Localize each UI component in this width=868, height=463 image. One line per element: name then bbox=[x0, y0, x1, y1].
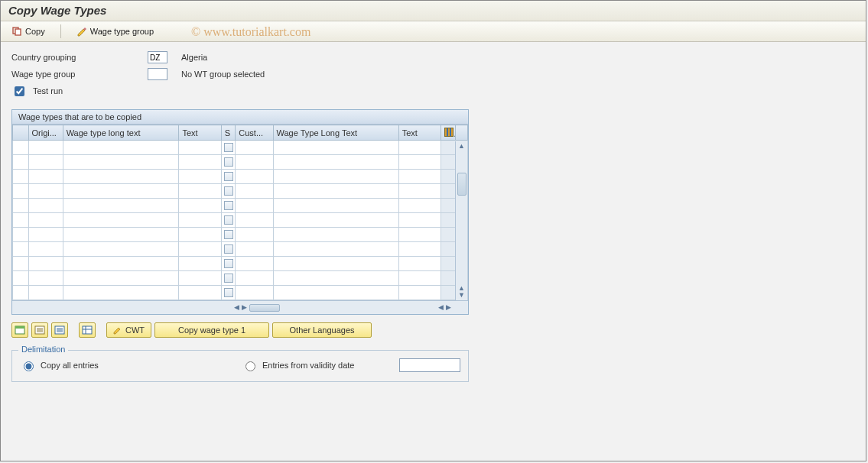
cell-text-left[interactable] bbox=[179, 184, 221, 199]
cell-text-left[interactable] bbox=[179, 242, 221, 257]
cell-s[interactable] bbox=[221, 170, 235, 184]
cell-text-right[interactable] bbox=[398, 141, 441, 155]
cell-long-text-left[interactable] bbox=[63, 257, 179, 271]
cell-origi[interactable] bbox=[28, 199, 63, 213]
cell-s[interactable] bbox=[221, 286, 235, 300]
icon-button-4[interactable] bbox=[79, 322, 96, 338]
icon-button-2[interactable] bbox=[31, 322, 48, 338]
cell-origi[interactable] bbox=[28, 213, 63, 228]
cell-text-left[interactable] bbox=[179, 170, 221, 184]
cell-text-right[interactable] bbox=[398, 199, 441, 213]
validity-date-input[interactable] bbox=[399, 358, 460, 372]
test-run-checkbox[interactable] bbox=[15, 86, 24, 96]
row-selector[interactable] bbox=[13, 170, 29, 184]
cell-cust[interactable] bbox=[236, 170, 273, 184]
hscroll-thumb[interactable] bbox=[249, 304, 280, 312]
row-selector[interactable] bbox=[13, 184, 29, 199]
cell-s[interactable] bbox=[221, 184, 235, 199]
col-long-text-right[interactable]: Wage Type Long Text bbox=[273, 125, 398, 141]
s-checkbox[interactable] bbox=[224, 259, 233, 268]
s-checkbox[interactable] bbox=[224, 201, 233, 210]
wage-types-table[interactable]: Origi... Wage type long text Text S Cust… bbox=[12, 125, 468, 300]
s-checkbox[interactable] bbox=[224, 244, 233, 254]
scroll-down-icon[interactable]: ▼ bbox=[458, 292, 465, 299]
cell-s[interactable] bbox=[221, 155, 235, 170]
table-row[interactable] bbox=[13, 184, 468, 199]
col-select[interactable] bbox=[13, 125, 29, 141]
cell-s[interactable] bbox=[221, 141, 235, 155]
icon-button-1[interactable] bbox=[11, 322, 28, 338]
s-checkbox[interactable] bbox=[224, 143, 233, 152]
cell-cust[interactable] bbox=[236, 141, 273, 155]
row-selector[interactable] bbox=[13, 155, 29, 170]
s-checkbox[interactable] bbox=[224, 186, 233, 196]
row-selector[interactable] bbox=[13, 141, 29, 155]
cell-text-right[interactable] bbox=[398, 228, 441, 242]
s-checkbox[interactable] bbox=[224, 172, 233, 181]
row-selector[interactable] bbox=[13, 213, 29, 228]
cell-long-text-left[interactable] bbox=[63, 271, 179, 286]
hscroll-left2-icon[interactable]: ◀ bbox=[438, 304, 444, 311]
cell-origi[interactable] bbox=[28, 286, 63, 300]
s-checkbox[interactable] bbox=[224, 288, 233, 297]
scroll-thumb[interactable] bbox=[457, 173, 467, 196]
s-checkbox[interactable] bbox=[224, 274, 233, 283]
cell-long-text-left[interactable] bbox=[63, 213, 179, 228]
row-selector[interactable] bbox=[13, 257, 29, 271]
cell-origi[interactable] bbox=[28, 184, 63, 199]
cell-text-right[interactable] bbox=[398, 213, 441, 228]
cell-text-right[interactable] bbox=[398, 184, 441, 199]
col-s[interactable]: S bbox=[221, 125, 235, 141]
cell-text-left[interactable] bbox=[179, 271, 221, 286]
table-row[interactable] bbox=[13, 141, 468, 155]
cell-origi[interactable] bbox=[28, 257, 63, 271]
col-config[interactable] bbox=[441, 125, 455, 141]
table-row[interactable] bbox=[13, 242, 468, 257]
row-selector[interactable] bbox=[13, 199, 29, 213]
horizontal-scrollbar[interactable]: ◀ ▶ ◀ ▶ bbox=[12, 300, 468, 314]
cell-cust[interactable] bbox=[236, 213, 273, 228]
cell-cust[interactable] bbox=[236, 184, 273, 199]
other-languages-button[interactable]: Other Languages bbox=[272, 322, 372, 338]
cell-s[interactable] bbox=[221, 257, 235, 271]
table-row[interactable] bbox=[13, 213, 468, 228]
cell-s[interactable] bbox=[221, 213, 235, 228]
hscroll-right2-icon[interactable]: ▶ bbox=[446, 304, 451, 311]
entries-from-date-radio[interactable] bbox=[245, 361, 255, 371]
copy-all-entries-radio[interactable] bbox=[24, 361, 34, 371]
wage-type-group-input[interactable] bbox=[148, 68, 167, 80]
table-row[interactable] bbox=[13, 228, 468, 242]
col-text-left[interactable]: Text bbox=[179, 125, 221, 141]
cell-s[interactable] bbox=[221, 199, 235, 213]
cwt-button[interactable]: CWT bbox=[106, 322, 151, 338]
row-selector[interactable] bbox=[13, 271, 29, 286]
row-selector[interactable] bbox=[13, 242, 29, 257]
cell-long-text-right[interactable] bbox=[273, 228, 398, 242]
cell-long-text-right[interactable] bbox=[273, 213, 398, 228]
table-row[interactable] bbox=[13, 271, 468, 286]
cell-text-left[interactable] bbox=[179, 228, 221, 242]
cell-long-text-right[interactable] bbox=[273, 155, 398, 170]
cell-long-text-left[interactable] bbox=[63, 184, 179, 199]
table-row[interactable] bbox=[13, 199, 468, 213]
table-row[interactable] bbox=[13, 286, 468, 300]
cell-s[interactable] bbox=[221, 271, 235, 286]
cell-long-text-right[interactable] bbox=[273, 184, 398, 199]
col-long-text-left[interactable]: Wage type long text bbox=[63, 125, 179, 141]
country-grouping-input[interactable] bbox=[148, 51, 167, 63]
cell-long-text-right[interactable] bbox=[273, 141, 398, 155]
copy-button[interactable]: Copy bbox=[8, 24, 48, 38]
cell-text-left[interactable] bbox=[179, 141, 221, 155]
cell-long-text-right[interactable] bbox=[273, 286, 398, 300]
cell-long-text-right[interactable] bbox=[273, 257, 398, 271]
cell-text-right[interactable] bbox=[398, 155, 441, 170]
col-text-right[interactable]: Text bbox=[398, 125, 441, 141]
cell-text-right[interactable] bbox=[398, 271, 441, 286]
hscroll-left-icon[interactable]: ◀ bbox=[234, 304, 239, 311]
cell-long-text-left[interactable] bbox=[63, 155, 179, 170]
cell-text-left[interactable] bbox=[179, 257, 221, 271]
cell-text-left[interactable] bbox=[179, 199, 221, 213]
vertical-scrollbar[interactable]: ▲ ▲ ▼ bbox=[455, 141, 467, 300]
cell-long-text-right[interactable] bbox=[273, 170, 398, 184]
cell-text-left[interactable] bbox=[179, 155, 221, 170]
